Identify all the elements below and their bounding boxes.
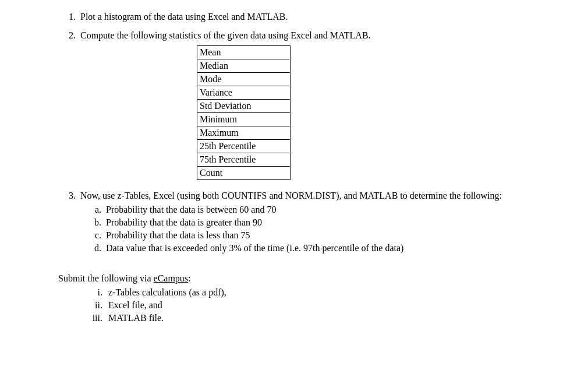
item-content-3: Now, use z-Tables, Excel (using both COU… bbox=[80, 191, 565, 256]
roman-list-item: i. z-Tables calculations (as a pdf), bbox=[82, 287, 565, 298]
item-text-1: Plot a histogram of the data using Excel… bbox=[80, 12, 565, 22]
table-row: Variance bbox=[197, 86, 291, 100]
list-item-1: 1. Plot a histogram of the data using Ex… bbox=[58, 12, 565, 22]
table-row: Mode bbox=[197, 73, 291, 86]
roman-text: Excel file, and bbox=[108, 300, 162, 311]
roman-numeral: ii. bbox=[82, 300, 102, 311]
sub-list: a. Probability that the data is between … bbox=[80, 205, 565, 253]
table-cell: Minimum bbox=[197, 113, 291, 126]
table-cell: Std Deviation bbox=[197, 100, 291, 113]
sub-letter: b. bbox=[80, 217, 101, 228]
table-row: Minimum bbox=[197, 113, 291, 126]
roman-list-item: ii. Excel file, and bbox=[82, 300, 565, 311]
item-number-3: 3. bbox=[58, 191, 76, 201]
table-cell: Count bbox=[197, 167, 291, 180]
list-item-3: 3. Now, use z-Tables, Excel (using both … bbox=[58, 191, 565, 256]
roman-numeral: i. bbox=[82, 287, 102, 298]
roman-text: MATLAB file. bbox=[108, 313, 164, 323]
table-cell: Median bbox=[197, 59, 291, 73]
sub-text: Probability that the data is less than 7… bbox=[106, 230, 565, 241]
table-row: Median bbox=[197, 59, 291, 73]
list-item-2: 2. Compute the following statistics of t… bbox=[58, 30, 565, 180]
table-row: Std Deviation bbox=[197, 100, 291, 113]
sub-letter: d. bbox=[80, 243, 101, 253]
sub-text: Data value that is exceeded only 3% of t… bbox=[106, 243, 565, 253]
stats-table: MeanMedianModeVarianceStd DeviationMinim… bbox=[197, 45, 291, 180]
table-row: 75th Percentile bbox=[197, 153, 291, 167]
table-cell: 75th Percentile bbox=[197, 153, 291, 167]
sub-letter: a. bbox=[80, 205, 101, 215]
item-content-2: Compute the following statistics of the … bbox=[80, 30, 565, 180]
item-number-2: 2. bbox=[58, 30, 76, 41]
table-cell: Variance bbox=[197, 86, 291, 100]
ecampus-link: eCampus bbox=[154, 273, 189, 283]
sub-list-item: d. Data value that is exceeded only 3% o… bbox=[80, 243, 565, 253]
item-text-3: Now, use z-Tables, Excel (using both COU… bbox=[80, 191, 502, 200]
roman-list: i. z-Tables calculations (as a pdf), ii.… bbox=[82, 287, 565, 323]
sub-text: Probability that the data is greater tha… bbox=[106, 217, 565, 228]
submit-section: Submit the following via eCampus: i. z-T… bbox=[58, 273, 565, 323]
sub-list-item: b. Probability that the data is greater … bbox=[80, 217, 565, 228]
table-cell: Mean bbox=[197, 46, 291, 59]
roman-numeral: iii. bbox=[82, 313, 102, 323]
submit-title: Submit the following via eCampus: bbox=[58, 273, 565, 284]
table-row: Mean bbox=[197, 46, 291, 59]
table-cell: 25th Percentile bbox=[197, 140, 291, 153]
sub-list-item: a. Probability that the data is between … bbox=[80, 205, 565, 215]
item-text-2: Compute the following statistics of the … bbox=[80, 30, 371, 40]
sub-list-item: c. Probability that the data is less tha… bbox=[80, 230, 565, 241]
roman-text: z-Tables calculations (as a pdf), bbox=[108, 287, 226, 298]
sub-text: Probability that the data is between 60 … bbox=[106, 205, 565, 215]
table-cell: Maximum bbox=[197, 126, 291, 140]
sub-letter: c. bbox=[80, 230, 101, 241]
item-number-1: 1. bbox=[58, 12, 76, 22]
table-row: 25th Percentile bbox=[197, 140, 291, 153]
table-cell: Mode bbox=[197, 73, 291, 86]
table-row: Maximum bbox=[197, 126, 291, 140]
table-row: Count bbox=[197, 167, 291, 180]
roman-list-item: iii. MATLAB file. bbox=[82, 313, 565, 323]
